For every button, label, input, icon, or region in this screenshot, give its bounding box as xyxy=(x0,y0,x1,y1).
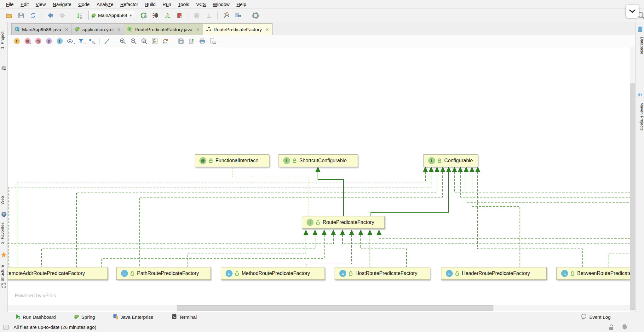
node-FunctionalInterface[interactable]: @FunctionalInterface xyxy=(195,154,269,167)
favorites-star-icon[interactable] xyxy=(0,252,8,257)
toolwindow--project[interactable]: 1: Project xyxy=(0,23,8,58)
public-lock-icon xyxy=(130,271,135,276)
forward-icon[interactable] xyxy=(58,11,67,20)
menu-edit[interactable]: Edit xyxy=(17,0,32,9)
open-icon[interactable] xyxy=(4,11,14,20)
node-PathRoutePredicateFactory[interactable]: cPathRoutePredicateFactory xyxy=(116,267,211,280)
toolwindow-web[interactable]: Web xyxy=(0,192,8,209)
node-BetweenRoutePredicateFactory[interactable]: cBetweenRoutePredicateFactory xyxy=(556,267,635,280)
toolwindow-button-java-enterprise[interactable]: Java Enterprise xyxy=(113,314,153,320)
print-icon[interactable] xyxy=(198,37,207,45)
structure-icon[interactable] xyxy=(0,283,8,288)
fit-content-icon[interactable] xyxy=(150,37,159,45)
project-icon[interactable] xyxy=(0,66,8,71)
editor-tab-bar: CMainApp9588.java✕application.yml✕IRoute… xyxy=(8,22,635,35)
node-label: ShortcutConfigurable xyxy=(299,158,347,163)
menu-code[interactable]: Code xyxy=(75,0,93,9)
refresh-diagram-icon[interactable] xyxy=(161,37,170,45)
toolwindow-button-run-dashboard[interactable]: Run Dashboard xyxy=(16,314,56,320)
actual-size-icon[interactable]: 1:1 xyxy=(140,37,148,45)
coverage-icon[interactable] xyxy=(163,11,172,20)
project-structure-icon[interactable] xyxy=(233,11,243,20)
tab-RoutePredicateFactory[interactable]: RoutePredicateFactory✕ xyxy=(203,23,273,35)
node-RemoteAddrRoutePredicateFactory[interactable]: cRemoteAddrRoutePredicateFactory xyxy=(8,267,108,280)
menu-run[interactable]: Run xyxy=(159,0,175,9)
toolwindow--favorites[interactable]: 2: Favorites xyxy=(0,217,8,249)
zoom-out-icon[interactable] xyxy=(129,37,138,45)
toolwindow-button-terminal[interactable]: Terminal xyxy=(172,314,197,320)
close-icon[interactable]: ✕ xyxy=(117,27,121,32)
vertical-scrollbar-thumb[interactable] xyxy=(630,83,635,310)
save-diagram-icon[interactable] xyxy=(176,37,185,45)
toolwindow-button-label: Run Dashboard xyxy=(23,314,56,320)
close-icon[interactable]: ✕ xyxy=(265,27,269,32)
node-MethodRoutePredicateFactory[interactable]: cMethodRoutePredicateFactory xyxy=(221,267,325,280)
plugin-chip-icon[interactable] xyxy=(251,11,260,20)
sync-icon[interactable] xyxy=(28,11,38,20)
menu-navigate[interactable]: Navigate xyxy=(49,0,75,9)
close-icon[interactable]: ✕ xyxy=(65,27,68,32)
debug-icon[interactable] xyxy=(151,11,160,20)
visibility-icon[interactable]: ▾ xyxy=(66,37,75,45)
menu-build[interactable]: Build xyxy=(141,0,159,9)
node-label: Configurable xyxy=(444,158,473,163)
export-icon[interactable] xyxy=(187,37,196,45)
web-icon[interactable] xyxy=(0,212,8,217)
sort-lines-icon[interactable]: 011001 xyxy=(75,11,84,20)
diagram-canvas[interactable]: @FunctionalInterfaceIShortcutConfigurabl… xyxy=(8,47,635,312)
toolwindow-database[interactable]: Database xyxy=(635,35,644,57)
close-icon[interactable]: ✕ xyxy=(196,27,200,32)
stop-icon[interactable] xyxy=(175,11,184,20)
toolwindow-maven-projects[interactable]: Maven Projects xyxy=(635,100,644,133)
node-RoutePredicateFactory[interactable]: IRoutePredicateFactory xyxy=(302,216,385,229)
dump-icon[interactable] xyxy=(204,11,214,20)
toolwindow-button-event-log[interactable]: Event Log xyxy=(581,314,611,320)
profiler-icon[interactable] xyxy=(192,11,202,20)
menu-view[interactable]: View xyxy=(32,0,49,9)
filter-icon[interactable]: ▾ xyxy=(77,37,85,45)
hide-toolbar-button[interactable] xyxy=(626,5,639,18)
class-icon: c xyxy=(121,270,128,277)
relayout-icon[interactable] xyxy=(103,37,112,45)
node-ShortcutConfigurable[interactable]: IShortcutConfigurable xyxy=(279,154,358,167)
node-Configurable[interactable]: IConfigurable xyxy=(423,154,478,167)
tab-MainApp9588.java[interactable]: CMainApp9588.java✕ xyxy=(11,23,72,35)
node-selection-icon[interactable]: ★ xyxy=(87,37,96,45)
node-HostRoutePredicateFactory[interactable]: cHostRoutePredicateFactory xyxy=(335,267,430,280)
show-methods-icon[interactable]: m xyxy=(34,37,43,45)
run-icon[interactable] xyxy=(139,11,148,20)
show-fields-icon[interactable]: f xyxy=(12,37,21,45)
settings-wrench-icon[interactable] xyxy=(221,11,231,20)
public-lock-icon xyxy=(293,158,297,163)
node-HeaderRoutePredicateFactory[interactable]: cHeaderRoutePredicateFactory xyxy=(441,267,547,280)
vertical-scrollbar[interactable] xyxy=(630,47,635,312)
menu-file[interactable]: File xyxy=(3,0,17,9)
maven-icon[interactable]: m xyxy=(635,92,644,97)
save-icon[interactable] xyxy=(16,11,26,20)
horizontal-scrollbar-thumb[interactable] xyxy=(177,305,493,311)
menu-vcs[interactable]: VCS xyxy=(193,0,209,9)
spring-leaf-icon xyxy=(91,13,96,18)
menu-help[interactable]: Help xyxy=(233,0,250,9)
interface-icon: @ xyxy=(199,157,206,164)
zoom-in-icon[interactable] xyxy=(118,37,127,45)
tab-RoutePredicateFactory.java[interactable]: IRoutePredicateFactory.java✕ xyxy=(124,23,203,35)
menu-window[interactable]: Window xyxy=(209,0,233,9)
show-constructors-icon[interactable]: m★ xyxy=(23,37,32,45)
hector-icon[interactable] xyxy=(622,324,628,330)
show-inner-classes-icon[interactable]: I xyxy=(55,37,64,45)
database-icon[interactable] xyxy=(635,26,644,32)
run-configuration-select[interactable]: MainApp9588 ▼ xyxy=(88,11,135,20)
unlocked-icon[interactable] xyxy=(609,324,614,330)
toolwindow-toggle-icon[interactable] xyxy=(3,325,9,329)
menu-tools[interactable]: Tools xyxy=(175,0,193,9)
node-label: HeaderRoutePredicateFactory xyxy=(462,271,530,276)
preview-icon[interactable] xyxy=(209,37,217,45)
menu-refactor[interactable]: Refactor xyxy=(117,0,142,9)
menu-analyze[interactable]: Analyze xyxy=(93,0,117,9)
horizontal-scrollbar[interactable] xyxy=(8,305,630,311)
show-properties-icon[interactable]: p xyxy=(44,37,53,45)
toolwindow-button-spring[interactable]: Spring xyxy=(74,314,95,320)
tab-application.yml[interactable]: application.yml✕ xyxy=(72,23,124,35)
back-icon[interactable] xyxy=(46,11,55,20)
